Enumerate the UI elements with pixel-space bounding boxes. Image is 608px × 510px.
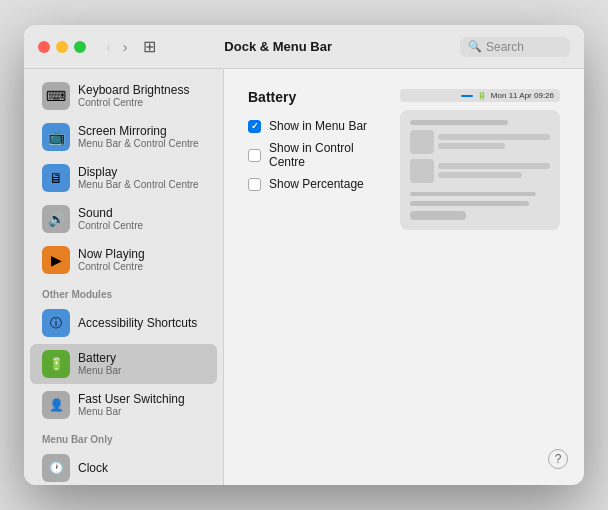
checkbox-label-show-menu-bar: Show in Menu Bar [269,119,367,133]
sidebar-label-sound: Sound [78,206,205,220]
mock-bar-1 [410,120,508,125]
sidebar-item-keyboard-brightness[interactable]: ⌨ Keyboard Brightness Control Centre [30,76,217,116]
sidebar-sublabel-display: Menu Bar & Control Centre [78,179,205,191]
mock-line-3 [438,163,550,169]
sidebar-item-now-playing[interactable]: ▶ Now Playing Control Centre [30,240,217,280]
content-area: ⌨ Keyboard Brightness Control Centre 📺 S… [24,69,584,485]
search-box[interactable]: 🔍 Search [460,37,570,57]
sidebar-label-screen-mirroring: Screen Mirroring [78,124,205,138]
sidebar-label-battery: Battery [78,351,205,365]
sidebar-label-fast-user-switching: Fast User Switching [78,392,205,406]
sidebar-sublabel-fast-user-switching: Menu Bar [78,406,205,418]
maximize-button[interactable] [74,41,86,53]
sidebar-sublabel-now-playing: Control Centre [78,261,205,273]
mock-line-4 [438,172,522,178]
preview-time: Mon 11 Apr 09:26 [491,91,554,100]
section-menu-bar-only: Menu Bar Only [24,426,223,447]
now-playing-icon: ▶ [42,246,70,274]
window-title: Dock & Menu Bar [96,39,460,54]
mock-lines-2 [438,163,550,178]
mock-bar-3 [410,201,529,206]
preview-battery-icon: 🔋 [477,91,487,100]
panel-title: Battery [248,89,380,105]
sidebar-item-fast-user-switching[interactable]: 👤 Fast User Switching Menu Bar [30,385,217,425]
checkbox-label-show-control-centre: Show in Control Centre [269,141,380,169]
main-top: Battery Show in Menu Bar Show in Control… [248,89,560,230]
search-placeholder: Search [486,40,524,54]
mock-row-2 [410,159,550,183]
mock-line-1 [438,134,550,140]
checkbox-row-show-percentage[interactable]: Show Percentage [248,177,380,191]
sidebar-sublabel-screen-mirroring: Menu Bar & Control Centre [78,138,205,150]
menubar-preview: 🔋 Mon 11 Apr 09:26 [400,89,560,102]
sidebar-item-screen-mirroring[interactable]: 📺 Screen Mirroring Menu Bar & Control Ce… [30,117,217,157]
main-window: ‹ › ⊞ Dock & Menu Bar 🔍 Search ⌨ Keyboar… [24,25,584,485]
checkbox-show-menu-bar[interactable] [248,120,261,133]
mock-row-1 [410,130,550,154]
checkbox-label-show-percentage: Show Percentage [269,177,364,191]
display-icon: 🖥 [42,164,70,192]
mock-bar-2 [410,192,536,197]
battery-icon: 🔋 [42,350,70,378]
sound-icon: 🔊 [42,205,70,233]
mock-bar-4 [410,211,466,220]
close-button[interactable] [38,41,50,53]
traffic-lights [38,41,86,53]
sidebar: ⌨ Keyboard Brightness Control Centre 📺 S… [24,69,224,485]
minimize-button[interactable] [56,41,68,53]
accessibility-icon: ⓘ [42,309,70,337]
sidebar-sublabel-keyboard-brightness: Control Centre [78,97,205,109]
settings-panel: Battery Show in Menu Bar Show in Control… [248,89,380,230]
search-icon: 🔍 [468,40,482,53]
sidebar-item-sound[interactable]: 🔊 Sound Control Centre [30,199,217,239]
main-content: Battery Show in Menu Bar Show in Control… [224,69,584,485]
checkbox-show-percentage[interactable] [248,178,261,191]
sidebar-item-clock[interactable]: 🕐 Clock [30,448,217,485]
sidebar-item-battery[interactable]: 🔋 Battery Menu Bar [30,344,217,384]
sidebar-item-accessibility-shortcuts[interactable]: ⓘ Accessibility Shortcuts [30,303,217,343]
screen-mirroring-icon: 📺 [42,123,70,151]
fast-user-switching-icon: 👤 [42,391,70,419]
mock-lines-1 [438,134,550,149]
sidebar-label-display: Display [78,165,205,179]
checkbox-show-control-centre[interactable] [248,149,261,162]
mock-square-2 [410,159,434,183]
checkbox-row-show-control-centre[interactable]: Show in Control Centre [248,141,380,169]
sidebar-label-keyboard-brightness: Keyboard Brightness [78,83,205,97]
preview-panel: 🔋 Mon 11 Apr 09:26 [400,89,560,230]
checkbox-row-show-menu-bar[interactable]: Show in Menu Bar [248,119,380,133]
sidebar-item-display[interactable]: 🖥 Display Menu Bar & Control Centre [30,158,217,198]
sidebar-label-clock: Clock [78,461,205,475]
sidebar-label-now-playing: Now Playing [78,247,205,261]
sidebar-label-accessibility: Accessibility Shortcuts [78,316,205,330]
help-button[interactable]: ? [548,449,568,469]
preview-mockup [400,110,560,230]
keyboard-brightness-icon: ⌨ [42,82,70,110]
sidebar-sublabel-battery: Menu Bar [78,365,205,377]
mock-line-2 [438,143,505,149]
clock-icon: 🕐 [42,454,70,482]
sidebar-sublabel-sound: Control Centre [78,220,205,232]
titlebar: ‹ › ⊞ Dock & Menu Bar 🔍 Search [24,25,584,69]
mock-square-1 [410,130,434,154]
menu-toggle [461,95,473,97]
section-other-modules: Other Modules [24,281,223,302]
